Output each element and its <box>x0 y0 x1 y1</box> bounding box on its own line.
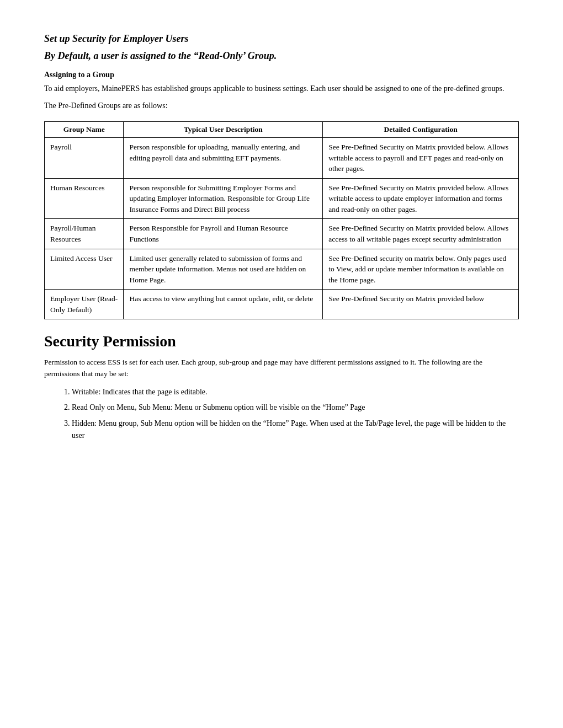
pre-defined-text: The Pre-Defined Groups are as follows: <box>44 100 519 111</box>
list-item-text: Writable: Indicates that the page is edi… <box>72 388 208 396</box>
typical-desc-limited: Limited user generally related to submis… <box>124 249 323 290</box>
table-row: Employer User (Read-Only Default) Has ac… <box>45 290 519 319</box>
detailed-config-hr: See Pre-Defined Security on Matrix provi… <box>323 178 519 219</box>
typical-desc-hr: Person responsible for Submitting Employ… <box>124 178 323 219</box>
page-container: Set up Security for Employer Users By De… <box>0 0 563 728</box>
detailed-config-limited: See Pre-Defined security on matrix below… <box>323 249 519 290</box>
group-name-payroll: Payroll <box>45 138 124 179</box>
detailed-config-payroll-hr: See Pre-Defined Security on Matrix provi… <box>323 219 519 249</box>
group-name-readonly: Employer User (Read-Only Default) <box>45 290 124 319</box>
typical-desc-payroll: Person responsible for uploading, manual… <box>124 138 323 179</box>
list-item: Writable: Indicates that the page is edi… <box>72 386 519 398</box>
detailed-config-payroll: See Pre-Defined Security on Matrix provi… <box>323 138 519 179</box>
group-name-payroll-hr: Payroll/Human Resources <box>45 219 124 249</box>
page-title-1: Set up Security for Employer Users <box>44 33 519 45</box>
col-header-detailed-config: Detailed Configuration <box>323 122 519 138</box>
detailed-config-readonly: See Pre-Defined Security on Matrix provi… <box>323 290 519 319</box>
list-item-text: Hidden: Menu group, Sub Menu option will… <box>72 419 506 440</box>
groups-table: Group Name Typical User Description Deta… <box>44 121 519 319</box>
typical-desc-payroll-hr: Person Responsible for Payroll and Human… <box>124 219 323 249</box>
list-item-text: Read Only on Menu, Sub Menu: Menu or Sub… <box>72 403 365 411</box>
table-row: Payroll/Human Resources Person Responsib… <box>45 219 519 249</box>
body-text-1: To aid employers, MainePERS has establis… <box>44 83 519 94</box>
table-row: Payroll Person responsible for uploading… <box>45 138 519 179</box>
group-name-hr: Human Resources <box>45 178 124 219</box>
permission-list: Writable: Indicates that the page is edi… <box>72 386 519 442</box>
group-name-limited: Limited Access User <box>45 249 124 290</box>
col-header-group-name: Group Name <box>45 122 124 138</box>
col-header-typical-desc: Typical User Description <box>124 122 323 138</box>
typical-desc-readonly: Has access to view anything but cannot u… <box>124 290 323 319</box>
security-permission-title: Security Permission <box>44 333 519 350</box>
list-item: Hidden: Menu group, Sub Menu option will… <box>72 417 519 442</box>
permission-intro: Permission to access ESS is set for each… <box>44 357 519 379</box>
page-title-2: By Default, a user is assigned to the “R… <box>44 50 519 62</box>
list-item: Read Only on Menu, Sub Menu: Menu or Sub… <box>72 402 519 414</box>
section-heading: Assigning to a Group <box>44 71 519 79</box>
table-row: Limited Access User Limited user general… <box>45 249 519 290</box>
table-row: Human Resources Person responsible for S… <box>45 178 519 219</box>
